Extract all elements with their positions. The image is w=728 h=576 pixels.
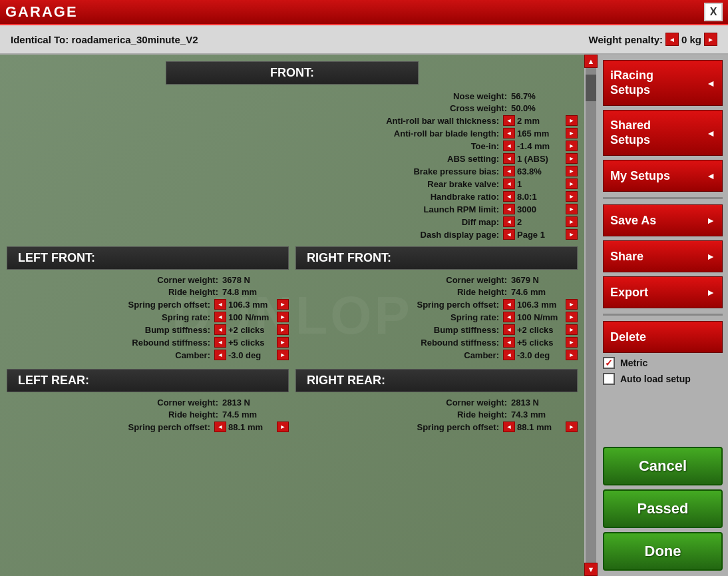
metric-checkbox-row: Metric — [603, 357, 723, 369]
scroll-down-button[interactable]: ▼ — [584, 563, 598, 576]
iracing-setups-button[interactable]: iRacing Setups ◄ — [603, 60, 723, 106]
increase-arrow[interactable]: ► — [566, 128, 578, 139]
table-row: Nose weight:56.7% — [7, 91, 578, 101]
table-row: Anti-roll bar blade length:◄165 mm► — [7, 128, 578, 139]
increase-arrow[interactable]: ► — [566, 324, 578, 335]
row-label: Brake pressure bias: — [413, 166, 499, 176]
row-value: 74.8 mm — [222, 287, 269, 297]
close-button[interactable]: X — [704, 3, 723, 21]
decrease-arrow[interactable]: ◄ — [503, 422, 515, 432]
row-label: Anti-roll bar blade length: — [394, 129, 499, 139]
row-label: Rebound stiffness: — [132, 338, 210, 348]
weight-penalty-increase[interactable]: ► — [704, 33, 717, 46]
table-row: Ride height:74.3 mm — [295, 410, 578, 420]
table-row: Corner weight:3678 N — [7, 275, 289, 285]
auto-load-checkbox-row: Auto load setup — [603, 373, 723, 385]
decrease-arrow[interactable]: ◄ — [503, 216, 515, 227]
decrease-arrow[interactable]: ◄ — [503, 191, 515, 202]
export-button[interactable]: Export ► — [603, 276, 723, 308]
shared-setups-arrow: ◄ — [706, 128, 715, 139]
table-row: Spring rate:◄100 N/mm► — [295, 312, 578, 322]
auto-load-checkbox[interactable] — [603, 373, 615, 385]
increase-arrow[interactable]: ► — [566, 204, 578, 214]
decrease-arrow[interactable]: ◄ — [214, 324, 226, 335]
row-label: Ride height: — [168, 410, 218, 420]
decrease-arrow[interactable]: ◄ — [503, 299, 515, 310]
decrease-arrow[interactable]: ◄ — [503, 141, 515, 151]
decrease-arrow[interactable]: ◄ — [214, 312, 226, 322]
row-value: 63.8% — [517, 166, 564, 176]
passed-button[interactable]: Passed — [603, 489, 723, 528]
increase-arrow[interactable]: ► — [277, 299, 289, 310]
metric-checkbox[interactable] — [603, 357, 615, 369]
row-value: 88.1 mm — [228, 422, 275, 432]
increase-arrow[interactable]: ► — [566, 141, 578, 151]
increase-arrow[interactable]: ► — [566, 153, 578, 164]
increase-arrow[interactable]: ► — [566, 166, 578, 176]
sidebar-divider-1 — [603, 197, 723, 199]
decrease-arrow[interactable]: ◄ — [214, 337, 226, 348]
increase-arrow[interactable]: ► — [566, 216, 578, 227]
decrease-arrow[interactable]: ◄ — [503, 204, 515, 214]
row-value: +2 clicks — [517, 325, 564, 335]
row-label: Handbrake ratio: — [431, 192, 499, 202]
increase-arrow[interactable]: ► — [566, 229, 578, 240]
decrease-arrow[interactable]: ◄ — [503, 178, 515, 189]
done-button[interactable]: Done — [603, 532, 723, 571]
decrease-arrow[interactable]: ◄ — [214, 422, 226, 432]
decrease-arrow[interactable]: ◄ — [503, 115, 515, 126]
increase-arrow[interactable]: ► — [566, 299, 578, 310]
row-value: -3.0 deg — [228, 350, 275, 360]
increase-arrow[interactable]: ► — [277, 312, 289, 322]
scroll-up-button[interactable]: ▲ — [584, 55, 598, 68]
sidebar-divider-2 — [603, 314, 723, 316]
scroll-thumb[interactable] — [586, 75, 596, 101]
table-row: Diff map:◄2► — [7, 216, 578, 227]
increase-arrow[interactable]: ► — [566, 337, 578, 348]
increase-arrow[interactable]: ► — [566, 115, 578, 126]
row-value: +5 clicks — [228, 338, 275, 348]
delete-button[interactable]: Delete — [603, 321, 723, 353]
decrease-arrow[interactable]: ◄ — [214, 299, 226, 310]
row-value: 74.5 mm — [222, 410, 269, 420]
sidebar: iRacing Setups ◄ Shared Setups ◄ My Setu… — [598, 55, 728, 576]
increase-arrow[interactable]: ► — [566, 312, 578, 322]
decrease-arrow[interactable]: ◄ — [503, 153, 515, 164]
weight-penalty-decrease[interactable]: ◄ — [665, 33, 679, 46]
save-as-arrow: ► — [706, 215, 715, 226]
row-value: 3679 N — [511, 275, 558, 285]
decrease-arrow[interactable]: ◄ — [503, 229, 515, 240]
row-label: Corner weight: — [446, 275, 507, 285]
shared-setups-button[interactable]: Shared Setups ◄ — [603, 110, 723, 156]
decrease-arrow[interactable]: ◄ — [503, 337, 515, 348]
increase-arrow[interactable]: ► — [566, 422, 578, 432]
row-label: ABS setting: — [447, 154, 499, 164]
export-label: Export — [610, 286, 648, 300]
cancel-button[interactable]: Cancel — [603, 447, 723, 485]
row-value: 74.3 mm — [511, 410, 558, 420]
decrease-arrow[interactable]: ◄ — [503, 324, 515, 335]
decrease-arrow[interactable]: ◄ — [214, 350, 226, 360]
increase-arrow[interactable]: ► — [566, 191, 578, 202]
row-value: 106.3 mm — [517, 300, 564, 310]
table-row: Anti-roll bar wall thickness:◄2 mm► — [7, 115, 578, 126]
row-value: 8.0:1 — [517, 192, 564, 202]
table-row: Spring perch offset:◄106.3 mm► — [295, 299, 578, 310]
increase-arrow[interactable]: ► — [277, 422, 289, 432]
decrease-arrow[interactable]: ◄ — [503, 312, 515, 322]
decrease-arrow[interactable]: ◄ — [503, 166, 515, 176]
weight-penalty-value: 0 kg — [681, 34, 701, 45]
increase-arrow[interactable]: ► — [566, 178, 578, 189]
increase-arrow[interactable]: ► — [277, 350, 289, 360]
increase-arrow[interactable]: ► — [277, 337, 289, 348]
decrease-arrow[interactable]: ◄ — [503, 350, 515, 360]
row-label: Corner weight: — [157, 275, 218, 285]
my-setups-button[interactable]: My Setups ◄ — [603, 160, 723, 192]
save-as-button[interactable]: Save As ► — [603, 204, 723, 236]
iracing-setups-label: iRacing Setups — [610, 69, 653, 97]
my-setups-label: My Setups — [610, 169, 670, 183]
share-button[interactable]: Share ► — [603, 240, 723, 272]
increase-arrow[interactable]: ► — [277, 324, 289, 335]
decrease-arrow[interactable]: ◄ — [503, 128, 515, 139]
increase-arrow[interactable]: ► — [566, 350, 578, 360]
